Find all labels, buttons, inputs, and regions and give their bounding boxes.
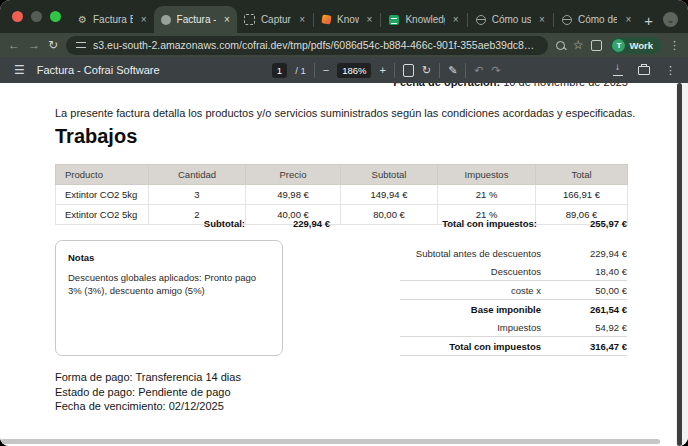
tab-search-button[interactable]: ⌄	[663, 12, 678, 27]
summary-value: 261,54 €	[565, 304, 627, 315]
close-tab-icon[interactable]: ×	[367, 14, 373, 25]
summary-label: coste x	[400, 285, 565, 296]
pdf-controls: 1 / 1 − 186% + ↻ ✎ ↶ ↷	[272, 63, 501, 78]
pdf-menu-icon[interactable]: ☰	[14, 63, 25, 77]
new-tab-button[interactable]: +	[638, 12, 661, 33]
tab-title: Capture Editor	[261, 14, 291, 25]
tab-title: Cómo usar varios d	[492, 14, 531, 25]
table-totals-line: Subtotal: 229,94 € Total con impuestos: …	[55, 218, 627, 229]
vertical-scrollbar-track[interactable]	[676, 83, 688, 446]
tab-divider	[313, 13, 314, 27]
tab-strip: ⚙ Factura B2025-0001 × Factura - Cofrai …	[0, 0, 688, 33]
nav-toolbar: ← → ↻ s3.eu-south-2.amazonaws.com/cofrai…	[0, 33, 688, 57]
pdf-more-icon[interactable]: ⋮	[665, 65, 676, 76]
cell-impuestos: 21 %	[438, 185, 536, 205]
tab-como-definir-descuentos[interactable]: Cómo definir descu ×	[555, 6, 638, 33]
rotate-icon[interactable]: ↻	[422, 65, 431, 76]
annotate-pen-icon[interactable]: ✎	[448, 65, 457, 76]
tab-capture-editor[interactable]: Capture Editor ×	[237, 6, 312, 33]
zoom-in-button[interactable]: +	[379, 65, 385, 76]
totals-summary: Subtotal antes de descuentos 229,94 € De…	[400, 244, 627, 356]
address-bar[interactable]: s3.eu-south-2.amazonaws.com/cofrai.dev/t…	[66, 36, 548, 55]
tab-title: Knowledge	[337, 14, 358, 25]
page-number-input[interactable]: 1	[272, 63, 287, 78]
url-text[interactable]: s3.eu-south-2.amazonaws.com/cofrai.dev/t…	[93, 39, 538, 51]
invoice-intro-text: La presente factura detalla los producto…	[55, 107, 635, 119]
cell-precio: 49,98 €	[246, 185, 341, 205]
close-tab-icon[interactable]: ×	[141, 14, 147, 25]
vertical-scrollbar-thumb[interactable]	[677, 83, 682, 446]
globe-favicon-icon	[476, 15, 486, 25]
tab-divider	[380, 13, 381, 27]
download-icon[interactable]	[613, 65, 623, 75]
tab-title: Knowledge Base Ind	[405, 14, 444, 25]
toolbar-divider	[465, 63, 466, 78]
col-impuestos: Impuestos	[438, 165, 536, 185]
tab-knowledge-base[interactable]: Knowledge Base Ind ×	[382, 6, 465, 33]
extensions-icon[interactable]	[591, 40, 602, 51]
reload-icon[interactable]: ↻	[48, 39, 58, 51]
horizontal-scrollbar[interactable]	[0, 439, 660, 444]
col-total: Total	[536, 165, 628, 185]
tab-knowledge[interactable]: Knowledge ×	[315, 6, 379, 33]
tab-factura-b2025[interactable]: ⚙ Factura B2025-0001 ×	[71, 6, 154, 33]
print-icon[interactable]	[638, 66, 650, 75]
payment-status-line: Estado de pago: Pendiente de pago	[55, 385, 241, 400]
col-producto: Producto	[56, 165, 149, 185]
notes-body: Descuentos globales aplicados: Pronto pa…	[68, 271, 270, 297]
profile-chip[interactable]: T Work	[610, 37, 661, 54]
tab-title: Factura B2025-0001	[93, 14, 133, 25]
toolbar-divider	[439, 63, 440, 78]
summary-label: Subtotal antes de descuentos	[400, 248, 565, 259]
operation-date-value: 10 de noviembre de 2025	[500, 83, 628, 88]
summary-label: Impuestos	[400, 322, 565, 333]
tab-como-usar-varios[interactable]: Cómo usar varios d ×	[469, 6, 552, 33]
zoom-window-button[interactable]	[50, 11, 61, 22]
operation-date-line: Fecha de operación: 10 de noviembre de 2…	[393, 83, 628, 89]
items-header-row: Producto Cantidad Precio Subtotal Impues…	[56, 165, 628, 185]
redo-icon[interactable]: ↷	[492, 65, 501, 76]
pdf-toolbar: ☰ Factura - Cofrai Software 1 / 1 − 186%…	[0, 57, 688, 83]
forward-icon[interactable]: →	[28, 39, 40, 51]
gear-favicon-icon: ⚙	[78, 15, 87, 25]
section-title: Trabajos	[55, 125, 137, 148]
summary-row-base-imponible: Base imponible 261,54 €	[400, 300, 627, 318]
pdf-page: Fecha de operación: 10 de noviembre de 2…	[0, 83, 676, 446]
bookmark-star-icon[interactable]: ☆	[573, 39, 584, 51]
minimize-window-button[interactable]	[31, 11, 42, 22]
items-table: Producto Cantidad Precio Subtotal Impues…	[55, 164, 628, 225]
total-with-tax-label: Total con impuestos:	[330, 218, 537, 229]
close-tab-icon[interactable]: ×	[299, 14, 305, 25]
avatar: T	[612, 39, 625, 52]
zoom-level-input[interactable]: 186%	[337, 63, 371, 78]
summary-row-grand-total: Total con impuestos 316,47 €	[400, 337, 627, 356]
undo-icon[interactable]: ↶	[474, 65, 483, 76]
close-tab-icon[interactable]: ×	[625, 14, 631, 25]
operation-date-label: Fecha de operación:	[393, 83, 500, 88]
zoom-out-button[interactable]: −	[323, 65, 329, 76]
close-window-button[interactable]	[12, 11, 23, 22]
subtotal-value: 229,94 €	[245, 218, 330, 229]
close-tab-icon[interactable]: ×	[539, 14, 545, 25]
browser-menu-icon[interactable]: ⋮	[669, 39, 680, 52]
zoom-magnifier-icon[interactable]	[556, 41, 565, 50]
capture-favicon-icon	[244, 14, 255, 25]
pdf-title: Factura - Cofrai Software	[37, 64, 160, 76]
col-subtotal: Subtotal	[341, 165, 438, 185]
site-settings-icon[interactable]	[76, 41, 86, 49]
cell-subtotal: 149,94 €	[341, 185, 438, 205]
knowledge-favicon-icon	[322, 14, 332, 24]
back-icon[interactable]: ←	[8, 39, 20, 51]
total-with-tax-value: 255,97 €	[537, 218, 627, 229]
fit-page-icon[interactable]	[403, 64, 414, 77]
close-tab-icon[interactable]: ×	[453, 14, 459, 25]
pdf-right-actions: ⋮	[613, 65, 676, 76]
close-tab-icon[interactable]: ×	[224, 14, 230, 25]
profile-label: Work	[629, 40, 653, 51]
payment-method-line: Forma de pago: Transferencia 14 dias	[55, 370, 241, 385]
summary-row: Subtotal antes de descuentos 229,94 €	[400, 244, 627, 262]
window-controls	[0, 0, 71, 33]
tab-factura-cofrai-active[interactable]: Factura - Cofrai Soft ×	[154, 6, 237, 33]
payment-footer: Forma de pago: Transferencia 14 dias Est…	[55, 370, 241, 414]
browser-window: ⚙ Factura B2025-0001 × Factura - Cofrai …	[0, 0, 688, 446]
